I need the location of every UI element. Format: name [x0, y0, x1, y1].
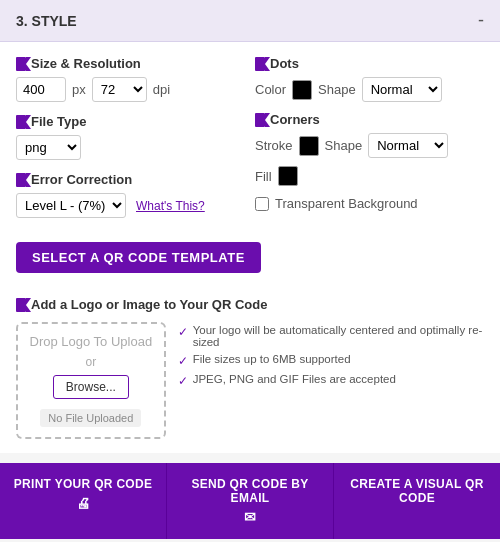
email-icon: ✉: [244, 509, 256, 525]
size-resolution-row: px 72 96 150 300 dpi: [16, 77, 245, 102]
flag-icon-corners: [255, 113, 265, 127]
drop-text: Drop Logo To Upload: [30, 334, 153, 349]
corners-shape-label: Shape: [325, 138, 363, 153]
footer-buttons: PRINT YOUR QR CODE 🖨 SEND QR CODE BY EMA…: [0, 463, 500, 539]
corners-shape-select[interactable]: Normal Rounded Extra Rounded Classy: [368, 133, 448, 158]
browse-button[interactable]: Browse...: [53, 375, 129, 399]
corners-fill-color-swatch[interactable]: [278, 166, 298, 186]
dots-shape-select[interactable]: Normal Rounded Dots Classy Square: [362, 77, 442, 102]
dots-color-label: Color: [255, 82, 286, 97]
transparent-bg-checkbox[interactable]: [255, 197, 269, 211]
flag-icon-size: [16, 57, 26, 71]
collapse-button[interactable]: -: [478, 10, 484, 31]
drop-or: or: [85, 355, 96, 369]
print-qr-label: PRINT YOUR QR CODE: [14, 477, 153, 491]
size-resolution-label: Size & Resolution: [16, 56, 245, 71]
dots-row: Color Shape Normal Rounded Dots Classy S…: [255, 77, 484, 102]
dpi-select[interactable]: 72 96 150 300: [92, 77, 147, 102]
error-correction-label: Error Correction: [16, 172, 245, 187]
hint-item-2: ✓ File sizes up to 6MB supported: [178, 353, 484, 368]
corners-stroke-label: Stroke: [255, 138, 293, 153]
px-unit: px: [72, 82, 86, 97]
corners-label: Corners: [255, 112, 484, 127]
corners-fill-row: Fill: [255, 166, 484, 186]
hint-text-2: File sizes up to 6MB supported: [193, 353, 351, 365]
no-file-label: No File Uploaded: [40, 409, 141, 427]
flag-icon-dots: [255, 57, 265, 71]
dots-label: Dots: [255, 56, 484, 71]
file-type-block: File Type png jpg svg pdf: [16, 114, 245, 160]
error-correction-select[interactable]: Level L - (7%) Level M - (15%) Level Q -…: [16, 193, 126, 218]
checkmark-icon-2: ✓: [178, 354, 188, 368]
hint-text-3: JPEG, PNG and GIF Files are accepted: [193, 373, 396, 385]
dpi-unit: dpi: [153, 82, 170, 97]
error-correction-block: Error Correction Level L - (7%) Level M …: [16, 172, 245, 218]
error-correction-row: Level L - (7%) Level M - (15%) Level Q -…: [16, 193, 245, 218]
hint-item-3: ✓ JPEG, PNG and GIF Files are accepted: [178, 373, 484, 388]
corners-fill-label: Fill: [255, 169, 272, 184]
transparent-bg-row: Transparent Background: [255, 196, 484, 211]
flag-icon-filetype: [16, 115, 26, 129]
transparent-bg-label: Transparent Background: [275, 196, 418, 211]
main-content: Size & Resolution px 72 96 150 300 dpi: [0, 42, 500, 297]
filetype-select[interactable]: png jpg svg pdf: [16, 135, 81, 160]
flag-icon-error: [16, 173, 26, 187]
px-input[interactable]: [16, 77, 66, 102]
hint-item-1: ✓ Your logo will be automatically center…: [178, 324, 484, 348]
drop-zone[interactable]: Drop Logo To Upload or Browse... No File…: [16, 322, 166, 439]
section-title: 3. STYLE: [16, 13, 77, 29]
corners-stroke-row: Stroke Shape Normal Rounded Extra Rounde…: [255, 133, 484, 158]
dots-shape-label: Shape: [318, 82, 356, 97]
flag-icon-logo: [16, 298, 26, 312]
create-visual-label: CREATE A VISUAL QR CODE: [342, 477, 492, 505]
upload-hints: ✓ Your logo will be automatically center…: [178, 322, 484, 388]
create-visual-button[interactable]: CREATE A VISUAL QR CODE: [334, 463, 500, 539]
whats-this-link[interactable]: What's This?: [136, 199, 205, 213]
print-qr-button[interactable]: PRINT YOUR QR CODE 🖨: [0, 463, 167, 539]
hint-text-1: Your logo will be automatically centered…: [193, 324, 484, 348]
send-email-button[interactable]: SEND QR CODE BY EMAIL ✉: [167, 463, 334, 539]
print-icon: 🖨: [76, 495, 90, 511]
size-resolution-block: Size & Resolution px 72 96 150 300 dpi: [16, 56, 245, 102]
template-button[interactable]: SELECT A QR CODE TEMPLATE: [16, 242, 261, 273]
checkmark-icon-1: ✓: [178, 325, 188, 339]
send-email-label: SEND QR CODE BY EMAIL: [175, 477, 325, 505]
left-column: Size & Resolution px 72 96 150 300 dpi: [16, 56, 245, 230]
section-header: 3. STYLE -: [0, 0, 500, 42]
file-type-row: png jpg svg pdf: [16, 135, 245, 160]
right-column: Dots Color Shape Normal Rounded Dots Cla…: [255, 56, 484, 230]
add-logo-title: Add a Logo or Image to Your QR Code: [16, 297, 484, 312]
corners-block: Corners Stroke Shape Normal Rounded Extr…: [255, 112, 484, 186]
corners-stroke-color-swatch[interactable]: [299, 136, 319, 156]
template-button-wrapper: SELECT A QR CODE TEMPLATE: [16, 238, 484, 287]
file-type-label: File Type: [16, 114, 245, 129]
logo-upload-area: Drop Logo To Upload or Browse... No File…: [16, 322, 484, 439]
checkmark-icon-3: ✓: [178, 374, 188, 388]
dots-block: Dots Color Shape Normal Rounded Dots Cla…: [255, 56, 484, 102]
add-logo-section: Add a Logo or Image to Your QR Code Drop…: [0, 297, 500, 453]
dots-color-swatch[interactable]: [292, 80, 312, 100]
